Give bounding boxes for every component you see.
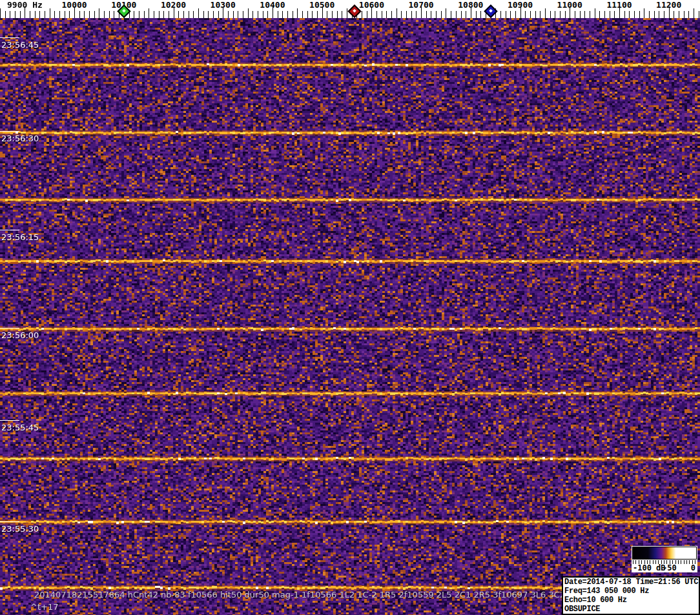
colorbar-tick — [661, 560, 662, 564]
axis-tick — [104, 11, 105, 18]
axis-tick — [263, 11, 263, 18]
axis-tick — [267, 11, 268, 18]
axis-tick — [396, 8, 397, 18]
axis-tick — [654, 11, 655, 18]
axis-tick — [595, 8, 595, 18]
colorbar-tick — [695, 560, 695, 564]
axis-tick — [431, 11, 431, 18]
info-line-3: OBSUPICE — [564, 605, 697, 614]
colorbar-tick — [647, 560, 648, 564]
time-label: 23:56:30 — [1, 134, 39, 143]
axis-tick — [614, 11, 615, 18]
time-tick — [0, 37, 19, 38]
axis-tick — [193, 11, 194, 18]
red-marker-core — [353, 9, 356, 13]
axis-tick — [20, 11, 21, 18]
colorbar-gradient — [632, 547, 697, 560]
axis-tick — [535, 11, 536, 18]
axis-tick — [688, 11, 689, 18]
colorbar-tick — [678, 560, 679, 564]
colorbar-tick — [658, 560, 659, 564]
axis-tick — [550, 11, 551, 18]
freq-axis-label: 10400 — [260, 0, 285, 10]
axis-tick — [139, 11, 139, 18]
colorbar-tick — [689, 560, 690, 564]
colorbar-legend: -100 dB -50 0 — [632, 546, 697, 572]
time-label: 23:56:45 — [1, 40, 39, 50]
axis-tick — [406, 11, 407, 18]
axis-tick — [525, 11, 526, 18]
axis-tick — [476, 11, 477, 18]
colorbar-tick — [639, 560, 639, 564]
axis-tick — [144, 11, 145, 18]
freq-axis-label: 10500 — [309, 0, 335, 10]
colorbar-tick — [641, 560, 642, 564]
axis-tick — [54, 11, 55, 18]
axis-tick — [208, 11, 209, 18]
axis-tick — [500, 11, 501, 18]
axis-tick — [456, 11, 457, 18]
axis-tick — [79, 11, 80, 18]
freq-axis-label: 10700 — [409, 0, 434, 10]
axis-tick — [258, 11, 258, 18]
axis-tick — [480, 11, 481, 18]
axis-tick — [159, 11, 160, 18]
axis-tick — [515, 11, 516, 18]
axis-tick — [69, 11, 70, 18]
colorbar-label-min: -100 dB — [633, 563, 666, 572]
axis-tick — [610, 11, 610, 18]
freq-axis-label: 11000 — [557, 0, 582, 10]
freq-axis-label: 9900 Hz — [7, 0, 43, 10]
axis-tick — [540, 11, 540, 18]
axis-tick — [35, 11, 36, 18]
axis-tick — [446, 8, 446, 18]
axis-tick — [99, 8, 99, 18]
axis-tick — [297, 8, 298, 18]
time-tick — [0, 328, 19, 328]
axis-tick — [307, 11, 308, 18]
colorbar-tick — [664, 560, 664, 564]
axis-tick — [441, 11, 442, 18]
cursor-note: ^t+17 — [30, 602, 58, 612]
axis-tick — [545, 8, 546, 18]
colorbar-tick — [650, 560, 650, 564]
freq-axis-label: 10600 — [359, 0, 384, 10]
axis-tick — [10, 11, 10, 18]
axis-tick — [252, 11, 253, 18]
station-info-box: Date=2014-07-18 Time=21:56 UTCFreq=143 0… — [562, 576, 700, 615]
colorbar-tick — [655, 560, 656, 564]
freq-axis-label: 10300 — [211, 0, 236, 10]
time-label: 23:56:15 — [1, 232, 39, 242]
axis-tick — [436, 11, 437, 18]
time-tick — [0, 230, 19, 230]
axis-tick — [426, 11, 427, 18]
axis-tick — [203, 11, 204, 18]
time-tick — [0, 420, 19, 421]
axis-tick — [639, 11, 640, 18]
colorbar-tick — [672, 560, 673, 564]
axis-tick — [218, 11, 219, 18]
axis-tick — [555, 11, 555, 18]
axis-tick — [466, 11, 466, 18]
axis-tick — [580, 11, 581, 18]
time-label: 23:55:45 — [1, 423, 39, 432]
axis-tick — [506, 11, 506, 18]
axis-tick — [278, 11, 278, 18]
axis-tick — [461, 11, 462, 18]
axis-tick — [649, 11, 650, 18]
axis-tick — [624, 11, 625, 18]
axis-tick — [530, 11, 531, 18]
axis-tick — [183, 11, 184, 18]
axis-tick — [189, 11, 189, 18]
axis-tick — [347, 8, 347, 18]
axis-tick — [684, 11, 685, 18]
green-marker-core — [122, 9, 126, 13]
axis-tick — [644, 8, 644, 18]
axis-tick — [302, 11, 303, 18]
info-line-2: Echo=10 600 Hz — [564, 596, 697, 605]
axis-tick — [376, 11, 377, 18]
axis-tick — [411, 11, 412, 18]
freq-axis-label: 10000 — [62, 0, 87, 10]
axis-tick — [293, 11, 293, 18]
axis-tick — [84, 11, 85, 18]
